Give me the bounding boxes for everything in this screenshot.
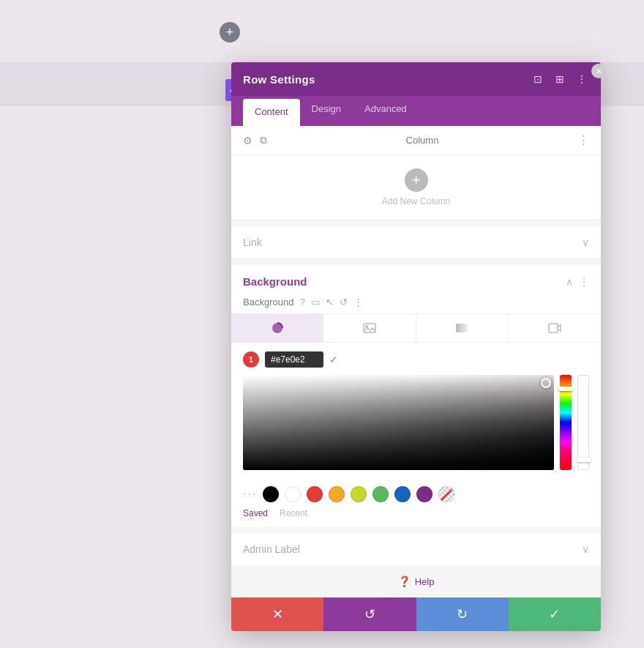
- add-section-button[interactable]: +: [220, 22, 240, 42]
- color-gradient-wrapper: [243, 375, 589, 470]
- opacity-slider[interactable]: [577, 375, 589, 470]
- undo-button[interactable]: ↺: [323, 597, 416, 631]
- save-button[interactable]: ✓: [509, 597, 601, 631]
- help-circle-icon: ❓: [398, 576, 411, 587]
- bg-type-color[interactable]: [231, 314, 323, 342]
- modal-title: Row Settings: [243, 73, 315, 86]
- hue-slider-thumb: [558, 387, 573, 391]
- swatch-white[interactable]: [285, 486, 301, 502]
- swatches-more-icon[interactable]: ···: [243, 488, 257, 501]
- tab-design[interactable]: Design: [300, 96, 353, 126]
- background-more-icon[interactable]: ⋮: [579, 276, 589, 288]
- column-more-icon[interactable]: ⋮: [577, 133, 589, 147]
- swatches-row: ···: [231, 479, 601, 505]
- background-header-icons: ∧ ⋮: [566, 276, 589, 288]
- opacity-slider-thumb: [577, 458, 591, 462]
- recent-tab[interactable]: Recent: [280, 508, 307, 518]
- color-picker: 1 ✓: [231, 343, 601, 479]
- svg-rect-3: [456, 324, 468, 332]
- modal-footer: ✕ ↺ ↻ ✓: [231, 597, 601, 631]
- tab-advanced[interactable]: Advanced: [353, 96, 419, 126]
- link-right: ∨: [582, 237, 589, 248]
- help-label: Help: [415, 576, 435, 587]
- modal-header: Row Settings ⊡ ⊞ ⋮: [231, 62, 601, 96]
- tab-bar: Content Design Advanced: [231, 96, 601, 126]
- background-controls: Background ? ▭ ↖ ↺ ⋮: [231, 294, 601, 313]
- bg-type-video[interactable]: [509, 314, 601, 342]
- help-question-icon[interactable]: ?: [299, 297, 304, 308]
- swatch-red[interactable]: [307, 486, 323, 502]
- column-left-icons: ⚙ ⧉: [243, 134, 267, 146]
- background-section: Background ∧ ⋮ Background ? ▭ ↖ ↺ ⋮: [231, 265, 601, 527]
- copy-icon[interactable]: ⧉: [260, 134, 267, 146]
- admin-chevron-icon: ∨: [582, 543, 589, 555]
- color-hex-input[interactable]: [265, 351, 323, 368]
- tab-content[interactable]: Content: [243, 99, 300, 126]
- svg-rect-4: [549, 324, 558, 332]
- redo-button[interactable]: ↻: [416, 597, 509, 631]
- swatch-black[interactable]: [263, 486, 279, 502]
- svg-rect-1: [364, 324, 375, 332]
- column-section: ⚙ ⧉ Column ⋮: [231, 126, 601, 155]
- background-collapse-icon[interactable]: ∧: [566, 276, 573, 288]
- admin-row[interactable]: Admin Label ∨: [231, 533, 601, 565]
- settings-gear-icon[interactable]: ⚙: [243, 135, 252, 146]
- admin-label-section: Admin Label ∨: [231, 533, 601, 565]
- link-section[interactable]: Link ∨: [231, 226, 601, 259]
- modal-body: ⚙ ⧉ Column ⋮ + Add New Column Link ∨ Bac…: [231, 126, 601, 597]
- close-button[interactable]: ✕: [591, 64, 606, 78]
- hue-slider[interactable]: [560, 375, 572, 470]
- cursor-icon[interactable]: ↖: [326, 297, 334, 308]
- background-header: Background ∧ ⋮: [231, 265, 601, 294]
- link-chevron-icon: ∨: [582, 237, 589, 248]
- add-column-area: + Add New Column: [231, 155, 601, 220]
- more-icon[interactable]: ⋮: [574, 72, 589, 86]
- swatch-orange[interactable]: [329, 486, 345, 502]
- gradient-cursor[interactable]: [541, 378, 551, 388]
- add-column-label: Add New Column: [244, 196, 588, 206]
- reset-icon[interactable]: ↺: [340, 297, 348, 308]
- color-number-badge: 1: [243, 351, 259, 368]
- swatch-yellow-green[interactable]: [351, 486, 367, 502]
- saved-tab[interactable]: Saved: [243, 508, 268, 518]
- background-title: Background: [243, 275, 307, 288]
- swatch-purple[interactable]: [416, 486, 433, 502]
- header-icons: ⊡ ⊞ ⋮: [531, 72, 589, 86]
- column-label: Column: [406, 135, 439, 146]
- responsive-icon[interactable]: ⊡: [531, 72, 545, 86]
- swatch-blue[interactable]: [394, 486, 411, 502]
- bg-type-gradient[interactable]: [416, 314, 509, 342]
- phone-icon[interactable]: ▭: [311, 297, 320, 308]
- color-confirm-icon[interactable]: ✓: [329, 354, 338, 365]
- color-gradient-canvas[interactable]: [243, 375, 554, 470]
- admin-label-text: Admin Label: [243, 543, 300, 555]
- help-row[interactable]: ❓ Help: [231, 565, 601, 597]
- swatch-transparent[interactable]: [438, 486, 454, 502]
- link-label: Link: [243, 237, 262, 248]
- cancel-button[interactable]: ✕: [231, 597, 323, 631]
- swatch-green[interactable]: [372, 486, 389, 502]
- bg-type-image[interactable]: [323, 314, 416, 342]
- saved-recent-tabs: Saved Recent: [231, 505, 601, 527]
- gradient-black-overlay: [243, 375, 554, 470]
- add-column-button[interactable]: +: [405, 168, 428, 192]
- bg-more-icon[interactable]: ⋮: [353, 297, 363, 308]
- background-type-tabs: [231, 313, 601, 343]
- color-input-row: 1 ✓: [243, 351, 589, 368]
- columns-icon[interactable]: ⊞: [553, 72, 567, 86]
- background-control-label: Background: [243, 297, 293, 308]
- row-settings-modal: Row Settings ⊡ ⊞ ⋮ Content Design Advanc…: [231, 62, 601, 631]
